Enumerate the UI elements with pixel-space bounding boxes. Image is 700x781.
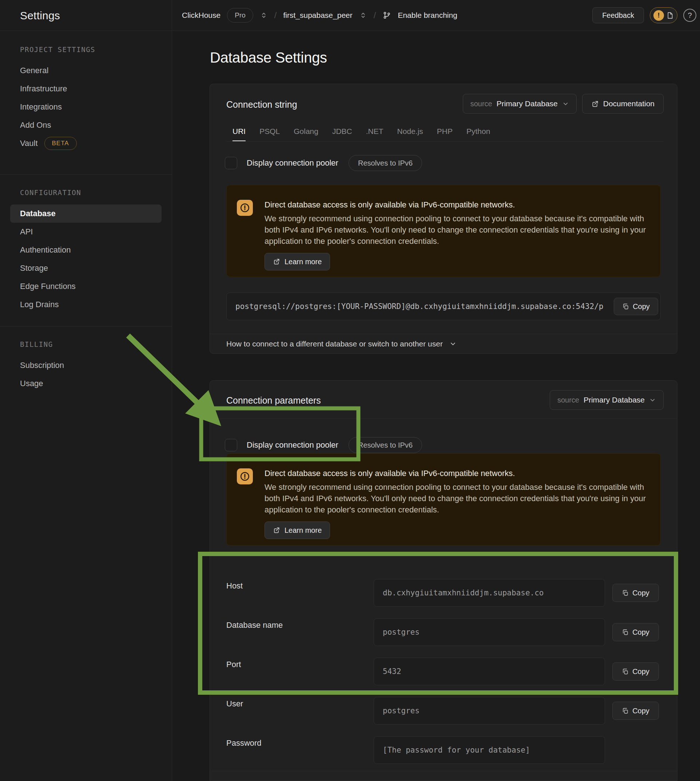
sidebar-item-add-ons[interactable]: Add Ons (0, 116, 172, 134)
alert-badge-icon: ! (653, 10, 664, 21)
param-row-port: Port 5432 Copy (210, 658, 677, 685)
param-label: Password (226, 738, 262, 748)
chevron-up-down-icon[interactable] (359, 11, 367, 19)
chevron-up-down-icon[interactable] (260, 11, 268, 19)
learn-more-label: Learn more (285, 258, 322, 266)
callout-title: Direct database access is only available… (265, 468, 650, 479)
param-label: User (226, 699, 243, 709)
top-bar: Settings ClickHouse Pro / first_supabase… (0, 0, 700, 31)
port-value: 5432 (383, 667, 401, 676)
settings-sidebar: PROJECT SETTINGS General Infrastructure … (0, 31, 172, 781)
copy-label: Copy (632, 668, 650, 676)
copy-label: Copy (632, 589, 650, 597)
section-label: PROJECT SETTINGS (20, 45, 172, 54)
copy-database-name-button[interactable]: Copy (612, 623, 659, 641)
source-value: Primary Database (497, 99, 558, 108)
learn-more-button[interactable]: Learn more (265, 522, 330, 539)
copy-label: Copy (632, 628, 650, 636)
tab-nodejs[interactable]: Node.js (397, 125, 423, 141)
sidebar-item-vault[interactable]: Vault BETA (0, 134, 172, 152)
sidebar-item-usage[interactable]: Usage (0, 374, 172, 393)
copy-uri-button[interactable]: Copy (614, 298, 658, 315)
sidebar-item-api[interactable]: API (0, 223, 172, 241)
sidebar-item-integrations[interactable]: Integrations (0, 98, 172, 116)
database-name-field[interactable]: postgres (373, 618, 605, 646)
documentation-label: Documentation (603, 99, 655, 108)
learn-more-button[interactable]: Learn more (265, 253, 330, 270)
callout-title: Direct database access is only available… (265, 200, 650, 210)
source-value: Primary Database (583, 396, 645, 404)
sidebar-item-general[interactable]: General (0, 62, 172, 80)
beta-badge: BETA (44, 137, 77, 150)
tab-uri[interactable]: URI (232, 125, 246, 141)
breadcrumb-divider: / (373, 10, 376, 20)
copy-label: Copy (633, 302, 650, 311)
chevron-down-icon (562, 100, 569, 107)
sidebar-item-authentication[interactable]: Authentication (0, 241, 172, 259)
external-link-icon (591, 100, 599, 108)
documentation-button[interactable]: Documentation (582, 94, 663, 113)
card-title: Connection string (226, 99, 297, 110)
password-field[interactable]: [The password for your database] (373, 736, 605, 764)
git-branch-icon (382, 11, 391, 20)
section-project-settings: PROJECT SETTINGS General Infrastructure … (0, 31, 172, 152)
page-title: Settings (20, 10, 60, 22)
host-field[interactable]: db.cxhygiuitamxhniiddjm.supabase.co (373, 579, 605, 607)
source-select[interactable]: source Primary Database (550, 390, 663, 410)
warning-icon (237, 200, 253, 216)
password-placeholder: [The password for your database] (383, 746, 530, 754)
copy-port-button[interactable]: Copy (612, 663, 659, 681)
feedback-button[interactable]: Feedback (592, 7, 644, 23)
tab-dotnet[interactable]: .NET (366, 125, 383, 141)
param-row-user: User postgres Copy (210, 697, 677, 724)
display-connection-pooler-checkbox[interactable] (225, 157, 237, 169)
copy-user-button[interactable]: Copy (612, 702, 659, 720)
callout-body: We strongly recommend using connection p… (265, 481, 650, 515)
tab-psql[interactable]: PSQL (259, 125, 280, 141)
source-select[interactable]: source Primary Database (463, 94, 577, 113)
param-label: Port (226, 660, 241, 669)
connection-string-tabs: URI PSQL Golang JDBC .NET Node.js PHP Py… (226, 125, 663, 142)
sidebar-item-database[interactable]: Database (10, 205, 162, 223)
display-connection-pooler-checkbox[interactable] (225, 439, 237, 451)
file-icon (666, 12, 674, 19)
tab-jdbc[interactable]: JDBC (332, 125, 352, 141)
connection-uri-field[interactable]: postgresql://postgres:[YOUR-PASSWORD]@db… (226, 293, 661, 320)
param-row-password: Password [The password for your database… (210, 736, 677, 764)
sidebar-item-log-drains[interactable]: Log Drains (0, 295, 172, 314)
how-to-connect-toggle[interactable]: How to connect to a different database o… (210, 334, 677, 354)
sidebar-item-label: Vault (20, 139, 38, 148)
sidebar-item-infrastructure[interactable]: Infrastructure (0, 80, 172, 98)
help-button[interactable]: ? (683, 9, 697, 22)
user-field[interactable]: postgres (373, 697, 605, 724)
sidebar-item-storage[interactable]: Storage (0, 259, 172, 277)
copy-host-button[interactable]: Copy (612, 584, 659, 602)
enable-branching[interactable]: Enable branching (398, 11, 457, 20)
connection-string-card: Connection string source Primary Databas… (210, 84, 677, 354)
settings-header: Settings (0, 0, 172, 31)
header-actions: Feedback ! ? (592, 0, 697, 30)
breadcrumb-divider: / (274, 10, 277, 20)
copy-icon (622, 629, 629, 636)
breadcrumb-org[interactable]: ClickHouse (182, 11, 220, 20)
param-label: Host (226, 581, 243, 591)
ipv6-warning-callout: Direct database access is only available… (226, 454, 661, 546)
breadcrumb-project[interactable]: first_supabase_peer (283, 11, 352, 20)
sidebar-item-edge-functions[interactable]: Edge Functions (0, 277, 172, 295)
sidebar-item-subscription[interactable]: Subscription (0, 356, 172, 374)
chevron-down-icon (449, 340, 457, 347)
copy-icon (622, 708, 629, 714)
tab-golang[interactable]: Golang (293, 125, 318, 141)
source-label: source (557, 396, 579, 404)
pooler-label: Display connection pooler (247, 158, 338, 168)
tab-php[interactable]: PHP (437, 125, 453, 141)
plan-badge: Pro (227, 8, 253, 23)
port-field[interactable]: 5432 (373, 658, 605, 685)
section-label: CONFIGURATION (20, 189, 172, 197)
tab-python[interactable]: Python (467, 125, 490, 141)
breadcrumb: ClickHouse Pro / first_supabase_peer / E… (182, 0, 457, 30)
section-configuration: CONFIGURATION Database API Authenticatio… (0, 175, 172, 314)
notifications-button[interactable]: ! (650, 7, 677, 23)
connection-uri-row: postgresql://postgres:[YOUR-PASSWORD]@db… (226, 293, 661, 320)
copy-icon (622, 589, 629, 596)
